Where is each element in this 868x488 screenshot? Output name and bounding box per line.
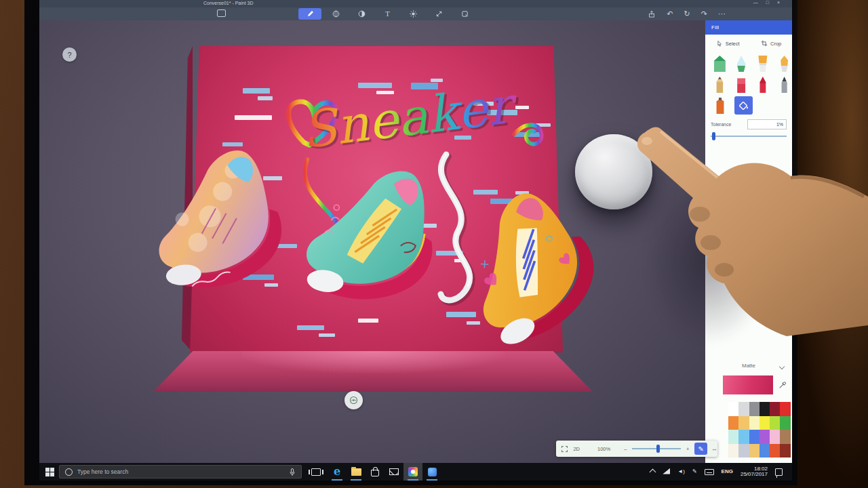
palette-swatch[interactable] xyxy=(728,402,738,416)
tray-date: 25/07/2017 xyxy=(741,471,768,477)
screen-bottom-edge xyxy=(39,481,792,482)
menu-button[interactable] xyxy=(217,9,226,17)
palette-swatch[interactable] xyxy=(780,444,790,458)
minimize-button[interactable]: — xyxy=(753,0,758,5)
zoom-toolbar: 2D 100% – + ✎ ↔ xyxy=(556,441,717,457)
language-indicator[interactable]: ENG xyxy=(722,469,733,474)
mode-toggle[interactable]: 2D xyxy=(573,446,580,452)
select-button[interactable]: Select xyxy=(716,40,740,47)
volume-icon[interactable]: ◄) xyxy=(677,469,685,474)
palette-swatch[interactable] xyxy=(728,444,738,458)
zoom-out-button[interactable]: – xyxy=(624,446,627,452)
action-center-icon[interactable] xyxy=(775,468,783,476)
palette-swatch[interactable] xyxy=(760,402,770,416)
brush-watercolour[interactable] xyxy=(776,54,792,72)
finish-dropdown[interactable]: Matte xyxy=(705,363,792,369)
taskbar-app-blue[interactable] xyxy=(422,463,441,481)
tab-canvas[interactable] xyxy=(427,8,450,20)
brush-crayon[interactable] xyxy=(755,75,771,93)
fit-to-screen-icon[interactable] xyxy=(561,446,568,452)
pan-mode-icon[interactable]: ↔ xyxy=(711,445,717,452)
tab-effects[interactable] xyxy=(401,8,425,20)
palette-swatch[interactable] xyxy=(760,416,770,430)
palette-swatch[interactable] xyxy=(728,430,738,444)
palette-swatch[interactable] xyxy=(728,416,738,430)
palette-swatch[interactable] xyxy=(738,430,749,444)
tab-stickers[interactable] xyxy=(350,8,373,20)
finish-label: Matte xyxy=(742,363,755,369)
brush-oil-brush[interactable] xyxy=(755,54,771,72)
brush-marker[interactable] xyxy=(712,54,728,72)
view-mode-button[interactable] xyxy=(344,391,363,409)
taskbar-store[interactable] xyxy=(366,463,384,481)
crop-button[interactable]: Crop xyxy=(761,40,781,47)
palette-swatch[interactable] xyxy=(749,444,760,458)
palette-swatch[interactable] xyxy=(780,430,790,444)
touch-keyboard-icon[interactable] xyxy=(705,469,714,475)
brush-eraser[interactable] xyxy=(734,75,749,93)
tab-3d-library[interactable] xyxy=(453,8,476,20)
hidden-icons-chevron[interactable] xyxy=(650,469,656,476)
sneaker-left xyxy=(131,143,295,304)
redo-icon[interactable]: ↷ xyxy=(701,10,707,18)
task-view-button[interactable] xyxy=(311,468,321,476)
palette-swatch[interactable] xyxy=(749,430,760,444)
search-input[interactable]: Type here to search xyxy=(59,465,302,479)
microphone-icon[interactable] xyxy=(290,468,295,478)
pen-tray-icon[interactable]: ✎ xyxy=(692,469,697,474)
blue-app-icon xyxy=(428,468,437,476)
select-cursor-icon xyxy=(716,40,723,47)
chevron-down-icon xyxy=(779,364,785,369)
palette-swatch[interactable] xyxy=(738,416,749,430)
windows-taskbar: Type here to search e ◄) ✎ ENG xyxy=(39,463,792,481)
search-placeholder: Type here to search xyxy=(77,468,128,475)
brush-calligraphy-pen[interactable] xyxy=(734,54,749,72)
tab-text[interactable]: T xyxy=(376,8,399,20)
zoom-in-button[interactable]: + xyxy=(686,446,689,452)
help-button[interactable]: ? xyxy=(62,47,77,62)
palette-swatch[interactable] xyxy=(770,430,780,444)
zoom-slider-handle[interactable] xyxy=(656,445,660,453)
palette-swatch[interactable] xyxy=(760,430,770,444)
stickers-icon xyxy=(357,9,366,18)
undo-icon[interactable]: ↶ xyxy=(667,10,673,18)
remix-upload-icon[interactable] xyxy=(648,10,656,18)
top-toolbar: T ↶ ↻ ↷ ⋯ xyxy=(39,7,792,20)
palette-swatch[interactable] xyxy=(770,402,780,416)
palette-swatch[interactable] xyxy=(760,444,770,458)
more-menu-icon[interactable]: ⋯ xyxy=(718,10,726,18)
palette-swatch[interactable] xyxy=(749,402,760,416)
eyedropper-button[interactable] xyxy=(778,380,787,392)
palette-swatch[interactable] xyxy=(780,402,790,416)
eyedropper-icon xyxy=(778,381,787,389)
tab-3d-shapes[interactable] xyxy=(324,8,347,20)
history-icon[interactable]: ↻ xyxy=(684,10,690,18)
network-icon[interactable] xyxy=(663,468,670,474)
tab-brushes[interactable] xyxy=(298,8,321,20)
taskbar-edge[interactable]: e xyxy=(328,463,347,481)
close-button[interactable]: × xyxy=(777,0,780,5)
pen-mode-button[interactable]: ✎ xyxy=(694,443,707,455)
palette-swatch[interactable] xyxy=(738,402,749,416)
clock[interactable]: 18:02 25/07/2017 xyxy=(741,466,768,477)
crop-label: Crop xyxy=(770,41,781,47)
zoom-slider[interactable] xyxy=(632,448,681,449)
view-mode-icon xyxy=(349,396,358,405)
taskbar-paint3d-active[interactable] xyxy=(403,463,422,481)
palette-swatch[interactable] xyxy=(770,444,780,458)
brush-pixel-pen[interactable] xyxy=(712,75,728,93)
current-color-swatch[interactable] xyxy=(723,375,773,394)
svg-text:T: T xyxy=(385,10,390,18)
help-label: ? xyxy=(67,51,71,59)
drawing-canvas[interactable]: Sneaker Sneaker xyxy=(39,20,705,463)
maximize-button[interactable]: □ xyxy=(766,0,769,5)
palette-swatch[interactable] xyxy=(738,444,749,458)
palette-swatch[interactable] xyxy=(770,416,780,430)
brush-pencil[interactable] xyxy=(776,75,792,93)
panel-header: Fill xyxy=(705,20,792,35)
palette-swatch[interactable] xyxy=(780,416,790,430)
taskbar-mail[interactable] xyxy=(384,463,403,481)
taskbar-file-explorer[interactable] xyxy=(347,463,366,481)
start-button[interactable] xyxy=(45,468,54,476)
palette-swatch[interactable] xyxy=(749,416,760,430)
